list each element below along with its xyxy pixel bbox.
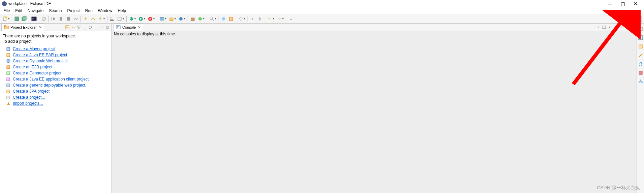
restore-icon[interactable] (638, 26, 643, 32)
dropdown-icon[interactable]: ▾ (153, 17, 156, 20)
maximize-button[interactable]: ▢ (616, 0, 629, 7)
terminal-icon[interactable]: >_ (31, 16, 37, 22)
create-ear-link[interactable]: Create a Java EE EAR project (13, 53, 67, 57)
create-maven-link[interactable]: Create a Maven project (13, 46, 55, 51)
dropdown-icon[interactable]: ▾ (244, 17, 247, 20)
menu-navigate[interactable]: Navigate (25, 8, 46, 14)
open-perspective-icon[interactable]: + (628, 16, 634, 22)
dropdown-icon[interactable]: ▾ (8, 17, 11, 20)
toggle-mark-icon[interactable] (117, 16, 123, 22)
minimize-view-icon[interactable]: ▭ (99, 25, 104, 30)
svg-rect-60 (7, 96, 10, 99)
create-dynamic-web-link[interactable]: Create a Dynamic Web project (13, 59, 68, 63)
create-ejb-link[interactable]: Create an EJB project (13, 65, 52, 69)
quick-access-icon[interactable] (617, 16, 623, 22)
search-icon[interactable] (209, 16, 215, 22)
menu-file[interactable]: File (1, 8, 12, 14)
annotation-icon[interactable]: @ (638, 61, 643, 67)
step-return-icon[interactable] (97, 16, 103, 22)
dropdown-icon[interactable]: ▾ (215, 17, 218, 20)
create-jpa-link[interactable]: Create a JPA project (13, 89, 50, 94)
new-icon[interactable] (2, 16, 8, 22)
resume-icon[interactable] (51, 16, 57, 22)
import-projects-link[interactable]: Import projects... (13, 101, 43, 106)
maximize-view-icon[interactable]: ◻ (630, 25, 635, 30)
dropdown-icon[interactable]: ▾ (273, 17, 276, 20)
step-into-icon[interactable] (83, 16, 89, 22)
minimize-button[interactable]: — (604, 0, 616, 7)
focus-task-icon[interactable] (88, 25, 93, 30)
nav-forward-icon[interactable] (276, 16, 282, 22)
svg-point-21 (132, 18, 132, 19)
run-last-icon[interactable] (147, 16, 153, 22)
deploy-icon[interactable] (168, 16, 174, 22)
close-icon[interactable]: ✕ (39, 25, 42, 30)
view-menu-icon[interactable]: ⋮ (93, 25, 99, 30)
build-icon[interactable] (638, 53, 643, 58)
dropdown-icon[interactable]: ▾ (282, 17, 285, 20)
create-project-link[interactable]: Create a project... (13, 95, 45, 100)
debug-icon[interactable] (128, 16, 134, 22)
menu-edit[interactable]: Edit (12, 8, 25, 14)
profile-icon[interactable] (178, 16, 184, 22)
display-console-icon[interactable] (601, 25, 607, 30)
new-package-icon[interactable] (190, 16, 196, 22)
server-icon[interactable] (159, 16, 165, 22)
menu-window[interactable]: Window (95, 8, 115, 14)
create-connector-link[interactable]: Create a Connector project (13, 71, 61, 75)
task-list-icon[interactable] (638, 44, 643, 49)
run-icon[interactable] (138, 16, 144, 22)
refresh-icon[interactable] (238, 16, 244, 22)
pin-console-icon[interactable] (595, 25, 601, 30)
collapse-all-icon[interactable] (65, 25, 70, 30)
console-tab[interactable]: Console ✕ (113, 24, 143, 31)
new-class-icon[interactable] (197, 16, 203, 22)
snippets-icon[interactable] (638, 70, 643, 75)
pause-icon[interactable] (58, 16, 64, 22)
filter-icon[interactable] (76, 25, 82, 30)
create-deployable-web-link[interactable]: Create a generic deployable web project. (13, 83, 86, 88)
svg-text:+: + (632, 16, 633, 19)
dropdown-icon[interactable]: ▾ (134, 17, 137, 20)
menu-project[interactable]: Project (64, 8, 82, 14)
dropdown-icon[interactable]: ▾ (165, 17, 168, 20)
menu-help[interactable]: Help (115, 8, 129, 14)
dropdown-icon[interactable]: ▾ (184, 17, 187, 20)
svg-line-78 (641, 81, 642, 82)
project-explorer-tab[interactable]: Project Explorer ✕ (1, 24, 44, 31)
dropdown-icon[interactable]: ▾ (618, 25, 624, 30)
nav-back-icon[interactable] (267, 16, 273, 22)
save-all-icon[interactable] (21, 16, 27, 22)
stop-icon[interactable] (65, 16, 71, 22)
dropdown-icon[interactable]: ▾ (174, 17, 177, 20)
toggle-breadcrumb-icon[interactable] (109, 16, 115, 22)
open-task-icon[interactable] (228, 16, 234, 22)
dropdown-icon[interactable]: ▾ (103, 17, 106, 20)
open-type-icon[interactable] (221, 16, 227, 22)
outline-icon[interactable] (638, 35, 643, 40)
menu-search[interactable]: Search (46, 8, 64, 14)
link-editor-icon[interactable] (70, 25, 76, 30)
menu-run[interactable]: Run (83, 8, 95, 14)
create-appclient-link[interactable]: Create a Java EE application client proj… (13, 77, 89, 82)
open-console-icon[interactable]: + (613, 25, 618, 30)
minimize-view-icon[interactable]: ▭ (624, 25, 630, 30)
dropdown-icon[interactable]: ▾ (203, 17, 206, 20)
close-button[interactable]: ✕ (629, 0, 642, 7)
save-icon[interactable] (14, 16, 20, 22)
watermark-text: CSDN @一杯大白兔 (597, 185, 640, 191)
back-icon[interactable] (250, 16, 256, 22)
java-ee-perspective-icon[interactable] (636, 16, 642, 22)
hierarchy-icon[interactable] (638, 79, 643, 84)
svg-line-32 (212, 19, 214, 21)
skip-breakpoints-icon[interactable] (41, 16, 47, 22)
dropdown-icon[interactable]: ▾ (123, 17, 125, 20)
step-over-icon[interactable] (90, 16, 96, 22)
forward-icon[interactable] (257, 16, 263, 22)
dropdown-icon[interactable]: ▾ (607, 25, 612, 30)
close-icon[interactable]: ✕ (138, 25, 141, 30)
maximize-view-icon[interactable]: ◻ (105, 25, 110, 30)
dropdown-icon[interactable]: ▾ (144, 17, 147, 20)
disconnect-icon[interactable] (73, 16, 79, 22)
pin-icon[interactable] (288, 16, 294, 22)
